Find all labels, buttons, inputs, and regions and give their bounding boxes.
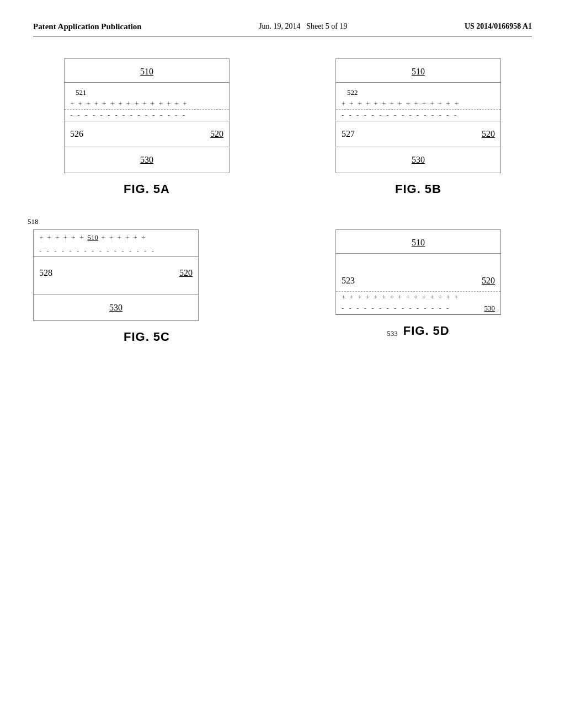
fig5d-top-section: 510 bbox=[336, 230, 500, 254]
fig5d-label-510: 510 bbox=[412, 238, 425, 247]
pub-date: Jun. 19, 2014 bbox=[259, 22, 300, 30]
fig5d-label-533: 533 bbox=[387, 329, 398, 338]
page: Patent Application Publication Jun. 19, … bbox=[0, 0, 565, 728]
fig5a-label-521: 521 bbox=[65, 83, 229, 98]
diagram-5b: 510 522 + + + + + + + + + + + + + + + - … bbox=[335, 58, 501, 173]
fig5c-label-520: 520 bbox=[179, 268, 193, 278]
fig5a-label-526: 526 bbox=[70, 129, 83, 139]
figure-5c-block: 518 + + + + + + 510 + + + + + + - - - - … bbox=[33, 229, 260, 344]
fig5d-dash-line: - - - - - - - - - - - - - - - bbox=[342, 304, 450, 313]
figure-5a-block: 510 521 + + + + + + + + + + + + + + + - … bbox=[33, 58, 260, 196]
fig5a-label-510: 510 bbox=[140, 67, 153, 76]
diagram-5c: + + + + + + 510 + + + + + + - - - - - - … bbox=[33, 229, 199, 321]
fig5c-wrapper: 518 + + + + + + 510 + + + + + + - - - - … bbox=[33, 229, 199, 321]
fig5c-floating-518: 518 bbox=[28, 217, 39, 226]
fig5b-layer522: 522 + + + + + + + + + + + + + + + - - - … bbox=[336, 83, 500, 121]
fig5d-label-530: 530 bbox=[484, 304, 495, 313]
fig5c-bottom-section: 530 bbox=[34, 295, 198, 320]
fig5b-caption: FIG. 5B bbox=[395, 182, 441, 196]
fig5b-label-510: 510 bbox=[412, 67, 425, 76]
fig5a-layer526-520: 526 520 bbox=[65, 121, 229, 147]
fig5a-label-530: 530 bbox=[140, 155, 153, 164]
sheet-info: Sheet 5 of 19 bbox=[306, 22, 347, 30]
fig5a-top-section: 510 bbox=[65, 59, 229, 83]
fig5d-label-523: 523 bbox=[342, 276, 355, 286]
publication-title: Patent Application Publication bbox=[33, 22, 142, 31]
fig5a-dash-row: - - - - - - - - - - - - - - - - bbox=[65, 110, 229, 121]
publication-date-sheet: Jun. 19, 2014 Sheet 5 of 19 bbox=[259, 22, 347, 31]
fig5d-layer523-520: 523 520 bbox=[336, 254, 500, 292]
fig5b-bottom-section: 530 bbox=[336, 147, 500, 173]
fig5c-layer528-520: 528 520 bbox=[34, 257, 198, 295]
figures-grid: 510 521 + + + + + + + + + + + + + + + - … bbox=[33, 58, 532, 344]
fig5a-label-520: 520 bbox=[210, 129, 223, 139]
fig5d-caption-row: 533 FIG. 5D bbox=[387, 324, 450, 338]
fig5c-caption: FIG. 5C bbox=[124, 330, 170, 344]
fig5a-layer521: 521 + + + + + + + + + + + + + + + - - - … bbox=[65, 83, 229, 121]
fig5a-caption: FIG. 5A bbox=[124, 182, 170, 196]
diagram-5d: 510 523 520 + + + + + + + + + + + + + + … bbox=[335, 229, 501, 315]
fig5c-label-528: 528 bbox=[39, 268, 52, 278]
fig5b-label-527: 527 bbox=[342, 129, 355, 139]
fig5c-label-510: 510 bbox=[88, 233, 99, 242]
figure-5b-block: 510 522 + + + + + + + + + + + + + + + - … bbox=[305, 58, 532, 196]
fig5a-bottom-section: 530 bbox=[65, 147, 229, 173]
publication-number: US 2014/0166958 A1 bbox=[465, 22, 532, 31]
fig5c-top-layer: + + + + + + 510 + + + + + + - - - - - - … bbox=[34, 230, 198, 257]
fig5a-plus-row: + + + + + + + + + + + + + + + bbox=[65, 98, 229, 110]
fig5d-dash-530-row: - - - - - - - - - - - - - - - 530 bbox=[336, 303, 500, 314]
fig5c-plus-row: + + + + + + 510 + + + + + + bbox=[34, 230, 198, 245]
page-header: Patent Application Publication Jun. 19, … bbox=[33, 22, 532, 36]
fig5b-top-section: 510 bbox=[336, 59, 500, 83]
fig5b-layer527-520: 527 520 bbox=[336, 121, 500, 147]
fig5d-dash-530-section: - - - - - - - - - - - - - - - 530 bbox=[336, 303, 500, 314]
fig5b-label-530: 530 bbox=[412, 155, 425, 164]
fig5b-plus-row: + + + + + + + + + + + + + + + bbox=[336, 98, 500, 110]
fig5d-label-520: 520 bbox=[482, 276, 495, 286]
fig5d-caption: FIG. 5D bbox=[403, 324, 450, 338]
diagram-5a: 510 521 + + + + + + + + + + + + + + + - … bbox=[64, 58, 230, 173]
fig5d-plus-row: + + + + + + + + + + + + + + + bbox=[336, 292, 500, 303]
fig5b-label-520: 520 bbox=[482, 129, 495, 139]
fig5b-label-522: 522 bbox=[336, 83, 500, 98]
fig5c-label-530: 530 bbox=[109, 303, 122, 312]
figure-5d-block: 510 523 520 + + + + + + + + + + + + + + … bbox=[305, 229, 532, 344]
fig5c-dash-row: - - - - - - - - - - - - - - - - bbox=[34, 245, 198, 257]
fig5b-dash-row: - - - - - - - - - - - - - - - - bbox=[336, 110, 500, 121]
